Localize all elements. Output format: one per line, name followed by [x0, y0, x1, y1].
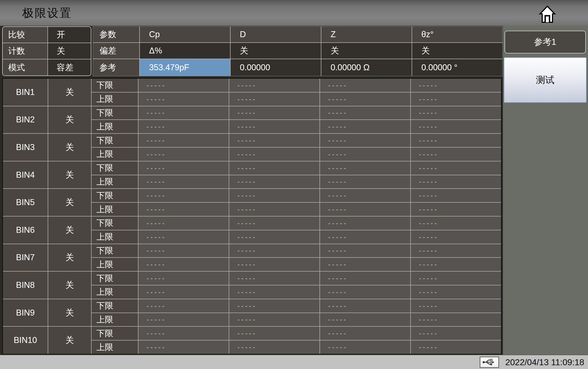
- config-value-mode[interactable]: 容差: [48, 59, 91, 75]
- bin-state-cell[interactable]: 关: [48, 79, 91, 106]
- upper-limit-value-d[interactable]: -----: [229, 341, 319, 354]
- upper-limit-value-theta[interactable]: -----: [411, 230, 501, 244]
- lower-limit-value-cp[interactable]: -----: [138, 79, 229, 92]
- upper-limit-value-cp[interactable]: -----: [138, 230, 229, 244]
- upper-limit-value-theta[interactable]: -----: [411, 258, 501, 271]
- lower-limit-value-z[interactable]: -----: [320, 272, 410, 285]
- upper-limit-value-z[interactable]: -----: [320, 148, 410, 161]
- bin-state-cell[interactable]: 关: [48, 217, 91, 244]
- upper-limit-value-z[interactable]: -----: [320, 285, 410, 299]
- test-button[interactable]: 测试: [504, 57, 587, 103]
- upper-limit-value-cp[interactable]: -----: [138, 285, 229, 299]
- upper-limit-value-cp[interactable]: -----: [138, 148, 229, 161]
- lower-limit-value-theta[interactable]: -----: [411, 189, 501, 202]
- lower-limit-value-z[interactable]: -----: [320, 217, 410, 230]
- reference-value-cp[interactable]: 353.479pF: [140, 59, 230, 76]
- lower-limit-value-cp[interactable]: -----: [138, 106, 229, 120]
- bin-state-cell[interactable]: 关: [48, 106, 91, 133]
- lower-limit-value-cp[interactable]: -----: [138, 244, 229, 257]
- lower-limit-value-d[interactable]: -----: [229, 327, 319, 340]
- upper-limit-value-z[interactable]: -----: [320, 341, 410, 354]
- lower-limit-value-d[interactable]: -----: [229, 161, 319, 175]
- lower-limit-value-cp[interactable]: -----: [138, 134, 229, 147]
- lower-limit-value-theta[interactable]: -----: [411, 161, 501, 175]
- upper-limit-value-d[interactable]: -----: [229, 203, 319, 216]
- lower-limit-value-z[interactable]: -----: [320, 299, 410, 313]
- lower-limit-value-theta[interactable]: -----: [411, 327, 501, 340]
- upper-limit-value-z[interactable]: -----: [320, 203, 410, 216]
- lower-limit-value-z[interactable]: -----: [320, 106, 410, 120]
- reference-value-d[interactable]: 0.00000: [231, 59, 321, 76]
- lower-limit-value-cp[interactable]: -----: [138, 189, 229, 202]
- upper-limit-value-d[interactable]: -----: [229, 230, 319, 244]
- lower-limit-value-d[interactable]: -----: [229, 106, 319, 120]
- upper-limit-value-z[interactable]: -----: [320, 258, 410, 271]
- upper-limit-value-theta[interactable]: -----: [411, 203, 501, 216]
- reference-value-z[interactable]: 0.00000 Ω: [321, 59, 412, 76]
- lower-limit-value-theta[interactable]: -----: [411, 106, 501, 120]
- bin-state-cell[interactable]: 关: [48, 189, 91, 216]
- lower-limit-value-d[interactable]: -----: [229, 217, 319, 230]
- home-icon[interactable]: [539, 5, 556, 23]
- upper-limit-value-cp[interactable]: -----: [138, 93, 229, 106]
- upper-limit-value-theta[interactable]: -----: [411, 175, 501, 189]
- lower-limit-value-d[interactable]: -----: [229, 134, 319, 147]
- upper-limit-value-d[interactable]: -----: [229, 148, 319, 161]
- config-value-compare[interactable]: 开: [48, 27, 91, 43]
- lower-limit-value-z[interactable]: -----: [320, 244, 410, 257]
- upper-limit-value-cp[interactable]: -----: [138, 341, 229, 354]
- bin-state-cell[interactable]: 关: [48, 327, 91, 354]
- upper-limit-value-cp[interactable]: -----: [138, 120, 229, 133]
- lower-limit-value-z[interactable]: -----: [320, 134, 410, 147]
- upper-limit-value-theta[interactable]: -----: [411, 285, 501, 299]
- bin-state-cell[interactable]: 关: [48, 272, 91, 299]
- config-value-count[interactable]: 关: [48, 43, 91, 59]
- upper-limit-value-theta[interactable]: -----: [411, 341, 501, 354]
- param-col-header-theta[interactable]: θz°: [412, 27, 502, 42]
- param-col-header-d[interactable]: D: [231, 27, 321, 42]
- upper-limit-value-d[interactable]: -----: [229, 258, 319, 271]
- deviation-value-cp[interactable]: Δ%: [140, 43, 230, 59]
- lower-limit-value-theta[interactable]: -----: [411, 244, 501, 257]
- deviation-value-theta[interactable]: 关: [412, 43, 502, 59]
- lower-limit-value-cp[interactable]: -----: [138, 217, 229, 230]
- deviation-value-z[interactable]: 关: [321, 43, 412, 59]
- lower-limit-value-z[interactable]: -----: [320, 189, 410, 202]
- upper-limit-value-theta[interactable]: -----: [411, 148, 501, 161]
- upper-limit-value-d[interactable]: -----: [229, 120, 319, 133]
- upper-limit-value-z[interactable]: -----: [320, 120, 410, 133]
- upper-limit-value-cp[interactable]: -----: [138, 175, 229, 189]
- deviation-value-d[interactable]: 关: [231, 43, 321, 59]
- lower-limit-value-d[interactable]: -----: [229, 299, 319, 313]
- lower-limit-value-cp[interactable]: -----: [138, 272, 229, 285]
- upper-limit-value-z[interactable]: -----: [320, 175, 410, 189]
- upper-limit-value-cp[interactable]: -----: [138, 313, 229, 326]
- upper-limit-value-d[interactable]: -----: [229, 285, 319, 299]
- upper-limit-value-theta[interactable]: -----: [411, 313, 501, 326]
- lower-limit-value-d[interactable]: -----: [229, 272, 319, 285]
- lower-limit-value-d[interactable]: -----: [229, 189, 319, 202]
- upper-limit-value-theta[interactable]: -----: [411, 120, 501, 133]
- upper-limit-value-theta[interactable]: -----: [411, 93, 501, 106]
- lower-limit-value-theta[interactable]: -----: [411, 217, 501, 230]
- upper-limit-value-d[interactable]: -----: [229, 93, 319, 106]
- lower-limit-value-z[interactable]: -----: [320, 327, 410, 340]
- upper-limit-value-z[interactable]: -----: [320, 313, 410, 326]
- param-col-header-z[interactable]: Z: [321, 27, 412, 42]
- lower-limit-value-theta[interactable]: -----: [411, 134, 501, 147]
- lower-limit-value-z[interactable]: -----: [320, 79, 410, 92]
- lower-limit-value-d[interactable]: -----: [229, 244, 319, 257]
- lower-limit-value-cp[interactable]: -----: [138, 327, 229, 340]
- upper-limit-value-z[interactable]: -----: [320, 93, 410, 106]
- upper-limit-value-cp[interactable]: -----: [138, 203, 229, 216]
- reference1-button[interactable]: 参考1: [505, 31, 586, 53]
- bin-state-cell[interactable]: 关: [48, 161, 91, 189]
- bin-state-cell[interactable]: 关: [48, 299, 91, 326]
- lower-limit-value-theta[interactable]: -----: [411, 272, 501, 285]
- upper-limit-value-z[interactable]: -----: [320, 230, 410, 244]
- bin-state-cell[interactable]: 关: [48, 244, 91, 271]
- lower-limit-value-theta[interactable]: -----: [411, 79, 501, 92]
- lower-limit-value-cp[interactable]: -----: [138, 161, 229, 175]
- lower-limit-value-theta[interactable]: -----: [411, 299, 501, 313]
- lower-limit-value-d[interactable]: -----: [229, 79, 319, 92]
